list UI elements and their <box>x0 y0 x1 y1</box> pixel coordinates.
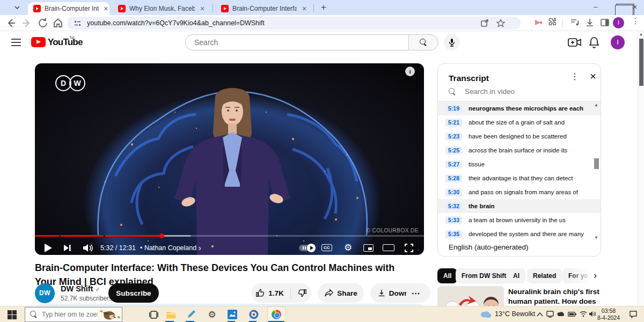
hamburger-menu-icon[interactable] <box>11 38 21 47</box>
chrome-icon[interactable] <box>270 308 283 321</box>
tray-display-icon[interactable] <box>546 311 554 318</box>
start-button[interactable] <box>5 308 18 321</box>
transcript-row[interactable]: 5:19neurograms these microchips are each <box>438 101 601 115</box>
tray-expand-chevron-icon[interactable] <box>537 312 543 317</box>
create-video-icon[interactable] <box>568 36 582 48</box>
browser-menu-kebab-icon[interactable]: ⋮ <box>630 17 641 25</box>
tab-current[interactable]: Brain-Computer Interface: With × <box>28 2 109 15</box>
voice-search-button[interactable] <box>444 34 460 50</box>
transcript-row[interactable]: 5:28their advantage is that they can det… <box>438 171 601 185</box>
chip-from-channel[interactable]: From DW Shift <box>456 268 512 283</box>
progress-bar[interactable] <box>35 235 424 237</box>
transcript-search-input[interactable] <box>465 87 572 96</box>
forward-button[interactable] <box>20 17 33 30</box>
transcript-close-icon[interactable]: × <box>587 70 599 83</box>
dislike-icon[interactable] <box>297 288 307 298</box>
more-actions-button[interactable]: ⋯ <box>406 283 426 303</box>
youtube-search-box[interactable] <box>185 34 408 50</box>
scroll-up-icon[interactable]: ▲ <box>639 32 643 36</box>
media-app-icon[interactable] <box>247 308 260 321</box>
chip-ai[interactable]: AI <box>507 268 525 283</box>
tray-onedrive-icon[interactable] <box>557 311 565 317</box>
open-in-window-icon[interactable] <box>480 19 489 27</box>
progress-scrubber[interactable] <box>159 233 164 238</box>
tray-battery-icon[interactable] <box>568 312 576 317</box>
paint-app-icon[interactable] <box>185 308 197 321</box>
taskbar-search-box[interactable] <box>25 307 122 322</box>
reading-list-icon[interactable] <box>569 17 581 28</box>
settings-gear-icon[interactable]: ⚙ <box>206 308 218 321</box>
new-tab-button[interactable]: + <box>318 2 330 13</box>
fullscreen-button[interactable] <box>404 240 414 255</box>
site-settings-icon[interactable] <box>74 19 82 27</box>
youtube-profile-avatar[interactable]: I <box>611 35 625 49</box>
theater-mode-button[interactable] <box>383 240 394 255</box>
tab-close-icon[interactable]: × <box>300 4 309 13</box>
subscribe-button[interactable]: Subscribe <box>108 283 159 303</box>
scroll-down-icon[interactable]: ▼ <box>594 235 598 240</box>
like-icon[interactable] <box>255 288 265 298</box>
back-button[interactable] <box>4 17 17 30</box>
tab-3[interactable]: Brain-Computer Interfaces - You × <box>216 2 311 15</box>
side-panel-icon[interactable] <box>599 17 611 28</box>
transcript-menu-kebab-icon[interactable]: ⋮ <box>569 71 580 82</box>
settings-gear-button[interactable]: ⚙ <box>344 240 352 255</box>
chip-all[interactable]: All <box>437 268 457 283</box>
chip-related[interactable]: Related <box>527 268 562 283</box>
volume-button[interactable] <box>82 240 94 255</box>
autoplay-toggle[interactable] <box>299 240 315 255</box>
window-close-button[interactable]: × <box>626 0 644 15</box>
downloads-icon[interactable] <box>584 17 596 28</box>
extension-adblock-icon[interactable] <box>532 17 544 28</box>
taskbar-clock[interactable]: 03:58 8-4-2024 <box>595 308 623 321</box>
home-button[interactable] <box>52 17 64 30</box>
transcript-row[interactable]: 5:27tissue <box>438 157 601 171</box>
action-center-icon[interactable] <box>629 311 638 318</box>
tab-2[interactable]: Why Elon Musk, Facebook and × <box>113 2 209 15</box>
browser-profile-avatar[interactable]: I <box>613 17 624 28</box>
youtube-search-button[interactable] <box>408 34 438 50</box>
transcript-row[interactable]: 5:25across the brain surface or inside i… <box>438 143 601 157</box>
bookmark-star-icon[interactable] <box>496 19 505 27</box>
tray-wifi-icon[interactable] <box>580 311 587 317</box>
address-bar[interactable] <box>67 17 521 30</box>
tab-close-icon[interactable]: × <box>102 4 109 13</box>
miniplayer-button[interactable] <box>363 240 374 255</box>
youtube-search-input[interactable] <box>194 38 393 47</box>
scroll-up-icon[interactable]: ▲ <box>594 103 598 107</box>
tab-close-icon[interactable]: × <box>198 4 207 13</box>
transcript-row[interactable]: 5:35developed the system and there are m… <box>438 227 601 241</box>
task-view-button[interactable] <box>147 308 160 321</box>
channel-avatar[interactable]: DW <box>35 283 55 303</box>
extensions-puzzle-icon[interactable] <box>547 17 559 28</box>
transcript-row[interactable]: 5:21about the size of a grain of salt an… <box>438 115 601 129</box>
transcript-language-label[interactable]: English (auto-generated) <box>449 243 529 251</box>
taskbar-search-input[interactable] <box>42 311 98 318</box>
transcript-row[interactable]: 5:30and pass on signals from many areas … <box>438 185 601 199</box>
weather-icon[interactable] <box>480 310 492 318</box>
transcript-scrollbar[interactable]: ▲ ▼ <box>594 103 599 240</box>
url-input[interactable] <box>87 19 387 27</box>
page-scrollbar-thumb[interactable] <box>639 39 643 86</box>
next-button[interactable] <box>63 240 72 255</box>
youtube-logo-icon[interactable] <box>31 37 46 47</box>
transcript-row[interactable]: 5:33a team at brown university in the us <box>438 213 601 227</box>
play-button[interactable] <box>45 240 52 255</box>
transcript-search[interactable] <box>449 87 572 96</box>
share-button[interactable]: Share <box>318 283 364 303</box>
chips-next-arrow[interactable]: › <box>588 268 603 283</box>
file-explorer-icon[interactable] <box>164 308 177 321</box>
subtitles-button[interactable]: CC <box>321 240 332 255</box>
photos-app-icon[interactable] <box>226 308 239 321</box>
transcript-row-current[interactable]: 5:32the brain <box>438 199 601 213</box>
chapter-button[interactable]: • Nathan Copeland › <box>140 240 201 255</box>
window-restore-button[interactable] <box>606 0 624 15</box>
video-info-button[interactable]: i <box>405 67 415 76</box>
transcript-scrollbar-thumb[interactable] <box>594 158 599 169</box>
page-scrollbar[interactable]: ▲ <box>638 31 644 322</box>
reload-button[interactable] <box>36 17 49 30</box>
transcript-row[interactable]: 5:23have been designed to be scattered <box>438 129 601 143</box>
like-count[interactable]: 1.7K <box>268 289 284 297</box>
channel-name[interactable]: DW Shift ✓ <box>61 284 100 293</box>
window-minimize-button[interactable]: – <box>587 0 605 15</box>
